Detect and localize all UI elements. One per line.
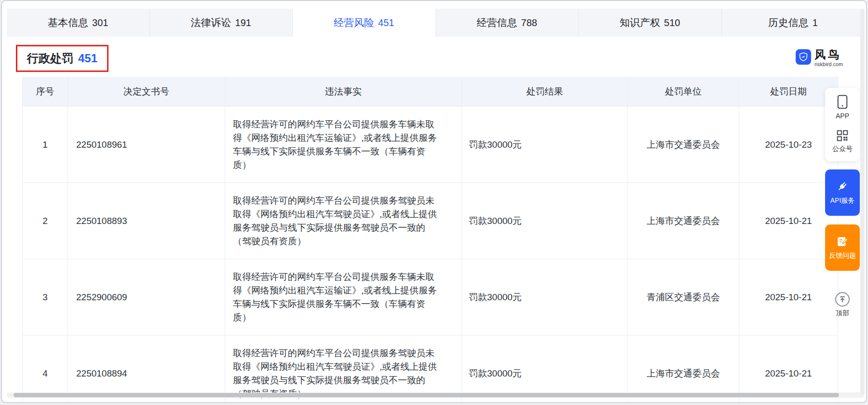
shield-bird-icon [796, 49, 811, 65]
highlight-box: 行政处罚 451 [16, 45, 108, 72]
plug-icon [836, 180, 849, 193]
cell-result: 罚款30000元 [462, 183, 628, 259]
cell-agency: 上海市交通委员会 [628, 107, 739, 182]
tab-count: 1 [813, 17, 818, 28]
tab-business-info[interactable]: 经营信息 788 [435, 9, 579, 37]
tab-label: 基本信息 [48, 16, 88, 29]
tab-label: 经营信息 [477, 16, 517, 29]
cell-doc-no: 2252900609 [68, 259, 225, 335]
back-to-top-button[interactable]: 顶部 [825, 292, 860, 318]
cell-fact: 取得经营许可的网约车平台公司提供服务车辆未取得《网络预约出租汽车运输证》,或者线… [225, 107, 462, 182]
table-row: 3 2252900609 取得经营许可的网约车平台公司提供服务车辆未取得《网络预… [23, 259, 838, 335]
col-header-fact: 违法事实 [225, 77, 462, 106]
tab-count: 451 [378, 17, 394, 28]
api-service-button[interactable]: API服务 [825, 169, 860, 216]
table-header-row: 序号 决定文书号 违法事实 处罚结果 处罚单位 处罚日期 [23, 77, 838, 107]
tab-label: 法律诉讼 [191, 16, 231, 29]
col-header-doc-no: 决定文书号 [68, 77, 225, 106]
floating-rail: APP [825, 88, 860, 318]
cell-result: 罚款30000元 [462, 259, 628, 335]
cell-doc-no: 2250108893 [68, 183, 225, 259]
cell-date: 2025-10-21 [739, 259, 838, 335]
qr-code-icon [836, 129, 849, 142]
phone-icon [836, 95, 849, 109]
riskbird-logo[interactable]: 风鸟 riskbird.com [796, 49, 843, 67]
cell-result: 罚款30000元 [462, 107, 628, 182]
back-to-top-label: 顶部 [836, 309, 849, 318]
wechat-label: 公众号 [832, 145, 853, 154]
section-count: 451 [78, 52, 97, 65]
horizontal-scrollbar[interactable] [7, 392, 864, 398]
tab-count: 191 [235, 17, 251, 28]
brand-domain: riskbird.com [814, 62, 843, 67]
tab-count: 301 [92, 17, 108, 28]
cell-index: 3 [23, 259, 68, 335]
cell-doc-no: 2250108961 [68, 107, 225, 182]
cell-agency: 上海市交通委员会 [628, 183, 739, 259]
feedback-label: 反馈问题 [829, 251, 856, 260]
app-label: APP [836, 112, 849, 120]
edit-note-icon [836, 235, 849, 248]
cell-date: 2025-10-23 [739, 107, 838, 182]
penalty-table: 序号 决定文书号 违法事实 处罚结果 处罚单位 处罚日期 1 225010896… [22, 77, 838, 403]
tab-label: 经营风险 [334, 16, 374, 29]
tab-label: 历史信息 [768, 16, 809, 29]
table-row: 2 2250108893 取得经营许可的网约车平台公司提供服务驾驶员未取得《网络… [23, 183, 838, 259]
col-header-result: 处罚结果 [462, 77, 628, 106]
tab-count: 788 [521, 17, 537, 28]
riskbird-company-page: 基本信息 301 法律诉讼 191 经营风险 451 经营信息 788 知识产权… [1, 0, 867, 403]
tab-legal-litigation[interactable]: 法律诉讼 191 [149, 9, 293, 37]
tab-business-risk[interactable]: 经营风险 451 [292, 9, 435, 37]
tab-label: 知识产权 [620, 16, 660, 29]
feedback-button[interactable]: 反馈问题 [825, 224, 860, 271]
tab-count: 510 [664, 17, 680, 28]
cell-index: 1 [23, 107, 68, 182]
cell-agency: 青浦区交通委员会 [628, 259, 739, 335]
table-row: 1 2250108961 取得经营许可的网约车平台公司提供服务车辆未取得《网络预… [23, 107, 838, 183]
cell-date: 2025-10-21 [739, 183, 838, 259]
brand-name: 风鸟 [814, 49, 843, 60]
tab-history-info[interactable]: 历史信息 1 [721, 9, 865, 37]
tab-intellectual-property[interactable]: 知识产权 510 [578, 9, 721, 37]
col-header-index: 序号 [23, 77, 68, 106]
app-download-button[interactable]: APP [836, 95, 849, 120]
col-header-date: 处罚日期 [739, 77, 838, 106]
col-header-agency: 处罚单位 [628, 77, 739, 106]
api-service-label: API服务 [830, 196, 855, 205]
cell-index: 2 [23, 183, 68, 259]
section-title: 行政处罚 [27, 51, 73, 66]
tab-basic-info[interactable]: 基本信息 301 [7, 9, 149, 37]
arrow-up-icon [835, 292, 850, 307]
wechat-qr-button[interactable]: 公众号 [832, 129, 853, 154]
cell-fact: 取得经营许可的网约车平台公司提供服务车辆未取得《网络预约出租汽车运输证》,或者线… [225, 259, 462, 335]
rail-card: APP [825, 88, 860, 161]
cell-fact: 取得经营许可的网约车平台公司提供服务驾驶员未取得《网络预约出租汽车驾驶员证》,或… [225, 183, 462, 259]
vertical-scrollbar[interactable] [860, 9, 865, 395]
horizontal-scrollbar-thumb[interactable] [14, 393, 839, 397]
section-tabbar: 基本信息 301 法律诉讼 191 经营风险 451 经营信息 788 知识产权… [7, 9, 864, 37]
